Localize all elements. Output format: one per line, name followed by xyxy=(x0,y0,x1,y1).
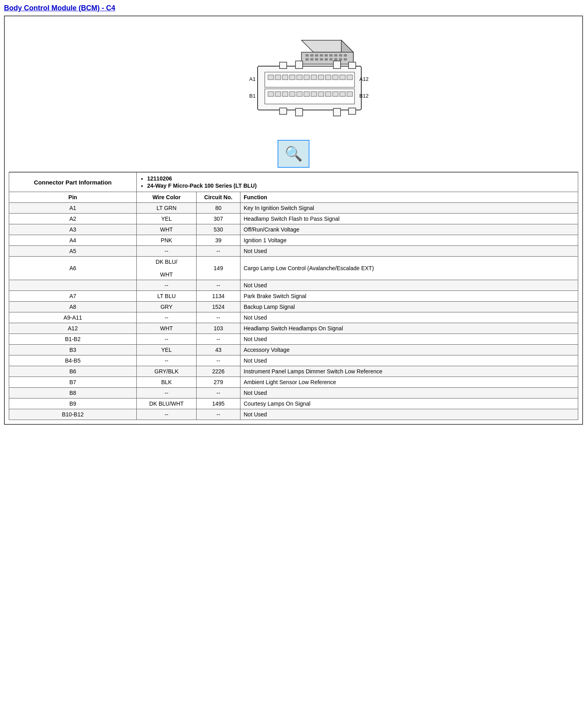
cell-wire: YEL xyxy=(137,345,197,355)
cell-pin: B7 xyxy=(9,377,137,388)
header-wire: Wire Color xyxy=(137,192,197,203)
table-row: A1LT GRN80Key In Ignition Switch Signal xyxy=(9,203,578,214)
table-header-row: Pin Wire Color Circuit No. Function xyxy=(9,192,578,203)
svg-rect-18 xyxy=(334,58,337,61)
svg-rect-28 xyxy=(333,108,341,116)
cell-wire: -- xyxy=(137,334,197,345)
cell-circuit: 1495 xyxy=(197,398,240,409)
cell-circuit: -- xyxy=(197,334,240,345)
svg-text:A1: A1 xyxy=(249,76,256,82)
cell-circuit: -- xyxy=(197,355,240,366)
cell-function: Not Used xyxy=(240,246,578,257)
svg-rect-46 xyxy=(282,92,288,96)
svg-rect-15 xyxy=(320,58,323,61)
cell-circuit: 1524 xyxy=(197,302,240,312)
cell-pin xyxy=(9,280,137,291)
cell-wire: -- xyxy=(137,280,197,291)
cell-wire: DK BLU/WHT xyxy=(137,398,197,409)
header-function: Function xyxy=(240,192,578,203)
svg-rect-14 xyxy=(315,58,318,61)
connector-diagram: A1 A12 B1 B12 xyxy=(218,28,369,132)
table-row: ----Not Used xyxy=(9,280,578,291)
table-row: A4PNK39Ignition 1 Voltage xyxy=(9,235,578,246)
svg-rect-19 xyxy=(339,58,342,61)
svg-rect-35 xyxy=(297,75,302,80)
svg-rect-47 xyxy=(290,92,295,96)
table-row: A6DK BLU/WHT149Cargo Lamp Low Control (A… xyxy=(9,257,578,280)
table-row: B4-B5----Not Used xyxy=(9,355,578,366)
cell-wire: DK BLU/WHT xyxy=(137,257,197,280)
connector-data-table: Connector Part Information 12110206 24-W… xyxy=(9,172,578,420)
svg-rect-36 xyxy=(304,75,309,80)
table-row: A12WHT103Headlamp Switch Headlamps On Si… xyxy=(9,323,578,334)
svg-rect-55 xyxy=(347,92,353,96)
svg-rect-53 xyxy=(333,92,338,96)
cell-wire: LT GRN xyxy=(137,203,197,214)
svg-rect-3 xyxy=(305,54,309,57)
connector-info-row: Connector Part Information 12110206 24-W… xyxy=(9,173,578,192)
svg-rect-31 xyxy=(268,75,274,80)
page-title: Body Control Module (BCM) - C4 xyxy=(4,4,583,12)
cell-function: Headlamp Switch Headlamps On Signal xyxy=(240,323,578,334)
table-row: B9DK BLU/WHT1495Courtesy Lamps On Signal xyxy=(9,398,578,409)
table-row: A3WHT530Off/Run/Crank Voltage xyxy=(9,224,578,235)
table-row: A7LT BLU1134Park Brake Switch Signal xyxy=(9,291,578,302)
cell-circuit: -- xyxy=(197,312,240,323)
svg-rect-40 xyxy=(333,75,338,80)
cell-function: Backup Lamp Signal xyxy=(240,302,578,312)
cell-pin: A6 xyxy=(9,257,137,280)
cell-circuit: -- xyxy=(197,409,240,420)
cell-pin: B9 xyxy=(9,398,137,409)
cell-function: Not Used xyxy=(240,312,578,323)
cell-wire: -- xyxy=(137,312,197,323)
cell-function: Courtesy Lamps On Signal xyxy=(240,398,578,409)
table-row: B8----Not Used xyxy=(9,388,578,398)
cell-pin: A5 xyxy=(9,246,137,257)
cell-circuit: 43 xyxy=(197,345,240,355)
magnify-button[interactable]: 🔍 xyxy=(278,140,309,168)
cell-wire: -- xyxy=(137,409,197,420)
svg-rect-41 xyxy=(340,75,345,80)
cell-pin: A1 xyxy=(9,203,137,214)
table-row: B1-B2----Not Used xyxy=(9,334,578,345)
svg-text:B1: B1 xyxy=(249,93,256,99)
cell-pin: B4-B5 xyxy=(9,355,137,366)
cell-pin: B6 xyxy=(9,366,137,377)
svg-rect-37 xyxy=(311,75,317,80)
cell-function: Off/Run/Crank Voltage xyxy=(240,224,578,235)
main-content: A1 A12 B1 B12 🔍 Connector Part Informati… xyxy=(4,16,583,425)
connector-diagram-area: A1 A12 B1 B12 🔍 xyxy=(9,20,578,172)
svg-rect-8 xyxy=(329,54,333,57)
svg-rect-52 xyxy=(325,92,331,96)
svg-rect-11 xyxy=(344,54,347,57)
svg-rect-26 xyxy=(280,108,287,114)
cell-pin: A4 xyxy=(9,235,137,246)
table-row: A2YEL307Headlamp Switch Flash to Pass Si… xyxy=(9,214,578,224)
connector-info-label: Connector Part Information xyxy=(9,173,137,192)
header-circuit: Circuit No. xyxy=(197,192,240,203)
cell-wire: BLK xyxy=(137,377,197,388)
cell-wire: GRY xyxy=(137,302,197,312)
cell-pin: B8 xyxy=(9,388,137,398)
svg-rect-10 xyxy=(339,54,342,57)
header-pin: Pin xyxy=(9,192,137,203)
svg-rect-20 xyxy=(344,58,347,61)
svg-rect-16 xyxy=(325,58,328,61)
cell-circuit: -- xyxy=(197,388,240,398)
table-row: B3YEL43Accessory Voltage xyxy=(9,345,578,355)
cell-wire: WHT xyxy=(137,323,197,334)
svg-rect-42 xyxy=(347,75,353,80)
svg-rect-51 xyxy=(318,92,324,96)
cell-function: Not Used xyxy=(240,388,578,398)
cell-function: Ambient Light Sensor Low Reference xyxy=(240,377,578,388)
cell-circuit: 307 xyxy=(197,214,240,224)
svg-rect-38 xyxy=(318,75,324,80)
part-number: 12110206 xyxy=(147,175,575,182)
svg-rect-39 xyxy=(325,75,331,80)
table-row: B6GRY/BLK2226Instrument Panel Lamps Dimm… xyxy=(9,366,578,377)
cell-circuit: 1134 xyxy=(197,291,240,302)
svg-rect-34 xyxy=(290,75,295,80)
table-row: B10-B12----Not Used xyxy=(9,409,578,420)
cell-wire: -- xyxy=(137,388,197,398)
cell-wire: LT BLU xyxy=(137,291,197,302)
